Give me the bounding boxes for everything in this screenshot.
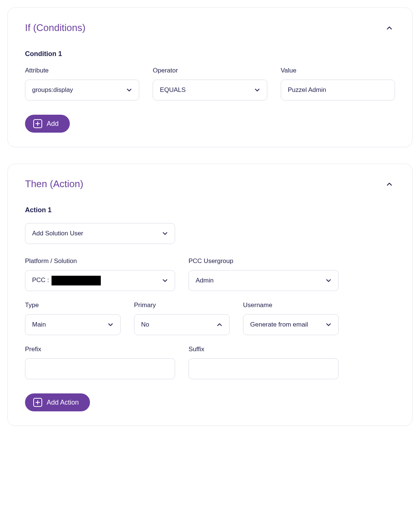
add-action-label: Add Action xyxy=(47,399,79,406)
platform-label: Platform / Solution xyxy=(25,257,175,265)
value-field: Value Puzzel Admin xyxy=(281,67,395,101)
attribute-field: Attribute groups:display xyxy=(25,67,139,101)
primary-label: Primary xyxy=(134,302,230,309)
plus-icon xyxy=(33,119,42,128)
type-label: Type xyxy=(25,302,121,309)
conditions-collapse-toggle[interactable] xyxy=(384,22,395,34)
action-type-value: Add Solution User xyxy=(32,230,83,237)
operator-field: Operator EQUALS xyxy=(153,67,267,101)
prefix-label: Prefix xyxy=(25,346,175,353)
attribute-select[interactable]: groups:display xyxy=(25,80,139,101)
suffix-field: Suffix xyxy=(189,346,339,379)
prefix-field: Prefix xyxy=(25,346,175,379)
usergroup-label: PCC Usergroup xyxy=(189,257,339,265)
action-type-row: Add Solution User xyxy=(25,223,395,244)
operator-label: Operator xyxy=(153,67,267,74)
plus-icon xyxy=(33,398,42,407)
chevron-down-icon xyxy=(125,86,133,94)
chevron-up-icon xyxy=(216,321,223,328)
add-condition-button[interactable]: Add xyxy=(25,115,70,133)
usergroup-select[interactable]: Admin xyxy=(189,270,339,291)
type-value: Main xyxy=(32,321,46,328)
platform-usergroup-row: Platform / Solution PCC : PCC Usergroup … xyxy=(25,257,339,291)
platform-select[interactable]: PCC : xyxy=(25,270,175,291)
prefix-input[interactable] xyxy=(25,358,175,379)
type-primary-username-row: Type Main Primary No Username Generate f… xyxy=(25,302,339,335)
actions-collapse-toggle[interactable] xyxy=(384,179,395,190)
value-input-text: Puzzel Admin xyxy=(288,86,326,94)
action-1-title: Action 1 xyxy=(25,206,395,214)
chevron-up-icon xyxy=(385,24,393,32)
conditions-header: If (Conditions) xyxy=(25,22,395,34)
conditions-title: If (Conditions) xyxy=(25,22,85,34)
username-value: Generate from email xyxy=(250,321,308,328)
add-action-button[interactable]: Add Action xyxy=(25,393,90,411)
platform-field: Platform / Solution PCC : xyxy=(25,257,175,291)
add-condition-label: Add xyxy=(47,120,59,128)
chevron-down-icon xyxy=(325,321,332,328)
chevron-down-icon xyxy=(161,230,169,237)
chevron-down-icon xyxy=(253,86,261,94)
attribute-label: Attribute xyxy=(25,67,139,74)
value-input[interactable]: Puzzel Admin xyxy=(281,80,395,101)
operator-select[interactable]: EQUALS xyxy=(153,80,267,101)
type-field: Type Main xyxy=(25,302,121,335)
condition-1-title: Condition 1 xyxy=(25,50,395,58)
type-select[interactable]: Main xyxy=(25,314,121,335)
condition-fields-row: Attribute groups:display Operator EQUALS… xyxy=(25,67,395,101)
username-select[interactable]: Generate from email xyxy=(243,314,339,335)
action-type-select[interactable]: Add Solution User xyxy=(25,223,175,244)
attribute-select-value: groups:display xyxy=(32,86,73,94)
primary-select[interactable]: No xyxy=(134,314,230,335)
primary-field: Primary No xyxy=(134,302,230,335)
chevron-down-icon xyxy=(107,321,114,328)
prefix-suffix-row: Prefix Suffix xyxy=(25,346,339,379)
chevron-down-icon xyxy=(325,277,332,284)
actions-title: Then (Action) xyxy=(25,178,83,190)
conditions-panel: If (Conditions) Condition 1 Attribute gr… xyxy=(7,7,413,147)
primary-value: No xyxy=(141,321,149,328)
username-field: Username Generate from email xyxy=(243,302,339,335)
platform-prefix: PCC : xyxy=(32,276,49,284)
value-label: Value xyxy=(281,67,395,74)
operator-select-value: EQUALS xyxy=(160,86,186,94)
platform-redacted-value xyxy=(52,276,101,285)
usergroup-field: PCC Usergroup Admin xyxy=(189,257,339,291)
username-label: Username xyxy=(243,302,339,309)
chevron-down-icon xyxy=(161,277,169,284)
usergroup-value: Admin xyxy=(196,277,214,284)
suffix-input[interactable] xyxy=(189,358,339,379)
actions-panel: Then (Action) Action 1 Add Solution User… xyxy=(7,164,413,426)
suffix-label: Suffix xyxy=(189,346,339,353)
actions-header: Then (Action) xyxy=(25,178,395,190)
chevron-up-icon xyxy=(385,180,393,188)
